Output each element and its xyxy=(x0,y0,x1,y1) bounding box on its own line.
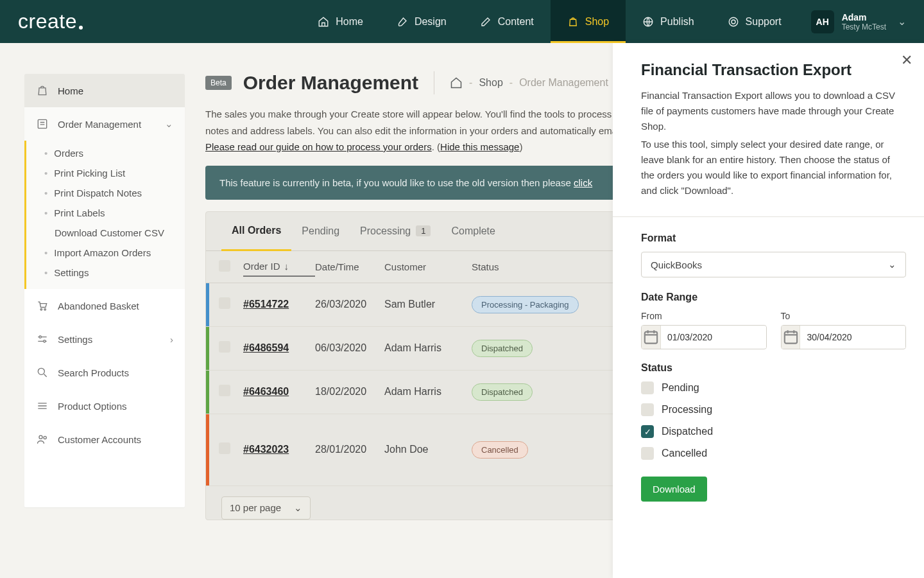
svg-point-7 xyxy=(44,340,46,342)
home-icon[interactable] xyxy=(450,76,463,89)
row-checkbox[interactable] xyxy=(219,297,243,311)
th-dt[interactable]: Date/Time xyxy=(315,261,384,272)
row-checkbox[interactable] xyxy=(219,442,243,457)
checkbox-icon xyxy=(641,447,654,460)
nav-design-label: Design xyxy=(415,16,447,28)
chevron-down-icon: ⌄ xyxy=(165,118,173,130)
cell-date: 06/03/2020 xyxy=(315,342,384,354)
sidebar-options[interactable]: Product Options xyxy=(24,389,185,423)
tab-count: 1 xyxy=(416,225,431,236)
brand-dot xyxy=(79,26,83,30)
nav-publish[interactable]: Publish xyxy=(626,0,710,43)
nav-content-label: Content xyxy=(498,16,534,28)
brush-icon xyxy=(397,16,408,28)
bag-icon xyxy=(567,16,579,28)
nav-content[interactable]: Content xyxy=(463,0,551,43)
drawer-p1: Financial Transaction Export allows you … xyxy=(641,88,906,134)
sub-csv[interactable]: Download Customer CSV xyxy=(26,223,185,243)
sub-labels[interactable]: Print Labels xyxy=(26,203,185,223)
cell-order: #6514722 xyxy=(243,299,315,310)
sidebar-home[interactable]: Home xyxy=(24,74,185,107)
daterange-label: Date Range xyxy=(641,292,906,303)
sidebar-item-order-management[interactable]: Order Management ⌄ xyxy=(24,107,185,141)
sidebar-settings[interactable]: Settings › xyxy=(24,322,185,356)
check-cancelled[interactable]: Cancelled xyxy=(641,447,906,460)
bc-shop[interactable]: Shop xyxy=(479,77,502,89)
sliders-icon xyxy=(36,333,49,346)
svg-point-1 xyxy=(729,17,738,26)
from-field[interactable] xyxy=(661,326,766,348)
sidebar-search[interactable]: Search Products xyxy=(24,356,185,389)
svg-rect-12 xyxy=(784,332,796,344)
format-label: Format xyxy=(641,232,906,244)
sub-dispatch[interactable]: Print Dispatch Notes xyxy=(26,183,185,203)
beta-banner-link[interactable]: click xyxy=(574,177,592,188)
row-bar xyxy=(206,283,209,326)
export-drawer: ✕ Financial Transaction Export Financial… xyxy=(613,43,924,578)
tab-all[interactable]: All Orders xyxy=(221,212,291,251)
guide-link[interactable]: Please read our guide on how to process … xyxy=(205,141,432,152)
brand-logo[interactable]: create xyxy=(18,10,83,33)
close-icon[interactable]: ✕ xyxy=(901,52,912,69)
status-badge: Dispatched xyxy=(472,340,533,357)
cell-date: 26/03/2020 xyxy=(315,299,384,310)
checkbox-icon xyxy=(641,381,654,394)
to-label: To xyxy=(781,311,907,321)
order-link[interactable]: #6463460 xyxy=(243,386,289,397)
cell-order: #6432023 xyxy=(243,444,315,455)
bc-sep: - xyxy=(509,77,513,89)
download-button[interactable]: Download xyxy=(641,477,707,502)
tab-pending[interactable]: Pending xyxy=(291,213,350,250)
sub-orders[interactable]: Orders xyxy=(26,143,185,163)
tab-processing[interactable]: Processing1 xyxy=(350,213,441,250)
sub-amazon[interactable]: Import Amazon Orders xyxy=(26,243,185,263)
users-icon xyxy=(36,433,49,446)
cell-order: #6486594 xyxy=(243,342,315,354)
svg-point-9 xyxy=(39,435,42,439)
sidebar-custacc-label: Customer Accounts xyxy=(58,434,141,445)
user-menu[interactable]: AH Adam Testy McTest ⌄ xyxy=(811,0,906,43)
sub-settings[interactable]: Settings xyxy=(26,263,185,283)
bc-sep: - xyxy=(469,77,472,89)
status-list: Pending Processing ✓Dispatched Cancelled xyxy=(641,381,906,460)
order-link[interactable]: #6432023 xyxy=(243,444,289,455)
to-input[interactable] xyxy=(781,325,907,349)
tab-complete[interactable]: Complete xyxy=(441,213,505,250)
status-badge: Processing - Packaging xyxy=(472,296,579,313)
order-link[interactable]: #6486594 xyxy=(243,342,289,353)
hide-link[interactable]: Hide this message xyxy=(440,141,519,152)
drawer-p2: To use this tool, simply select your des… xyxy=(641,137,906,198)
nav-home[interactable]: Home xyxy=(301,0,380,43)
check-pending[interactable]: Pending xyxy=(641,381,906,394)
nav-support[interactable]: Support xyxy=(711,0,798,43)
page-size-select[interactable]: 10 per page⌄ xyxy=(221,496,311,520)
checkbox-icon xyxy=(219,341,230,353)
sidebar-home-label: Home xyxy=(58,85,83,96)
order-link[interactable]: #6514722 xyxy=(243,299,289,310)
check-dispatched[interactable]: ✓Dispatched xyxy=(641,425,906,438)
format-select[interactable]: QuickBooks ⌄ xyxy=(641,252,906,277)
orders-icon xyxy=(36,118,49,130)
avatar: AH xyxy=(811,10,834,33)
nav-shop[interactable]: Shop xyxy=(551,0,626,43)
th-cust[interactable]: Customer xyxy=(384,261,472,272)
main-nav: Home Design Content Shop Publish Support… xyxy=(301,0,906,43)
th-order[interactable]: Order ID↓ xyxy=(243,261,315,277)
checkbox-icon xyxy=(219,260,230,272)
row-checkbox[interactable] xyxy=(219,385,243,399)
sidebar-custacc[interactable]: Customer Accounts xyxy=(24,423,185,456)
sidebar-abandoned-label: Abandoned Basket xyxy=(58,301,139,311)
to-field[interactable] xyxy=(800,326,905,348)
th-checkbox[interactable] xyxy=(219,260,243,274)
check-processing[interactable]: Processing xyxy=(641,403,906,416)
divider xyxy=(434,71,434,94)
nav-design[interactable]: Design xyxy=(380,0,463,43)
svg-rect-11 xyxy=(645,332,657,344)
sidebar-om-label: Order Management xyxy=(58,119,141,130)
from-input[interactable] xyxy=(641,325,767,349)
sidebar-abandoned[interactable]: Abandoned Basket xyxy=(24,289,185,322)
row-checkbox[interactable] xyxy=(219,341,243,355)
sidebar: Home Order Management ⌄ Orders Print Pic… xyxy=(24,74,185,507)
chevron-down-icon: ⌄ xyxy=(898,15,906,28)
sub-picking[interactable]: Print Picking List xyxy=(26,163,185,183)
